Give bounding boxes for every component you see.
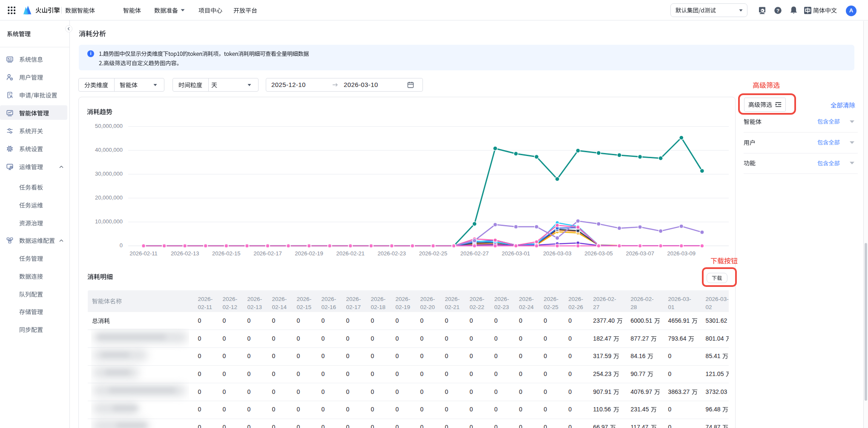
svg-text:?: ?	[776, 8, 779, 13]
